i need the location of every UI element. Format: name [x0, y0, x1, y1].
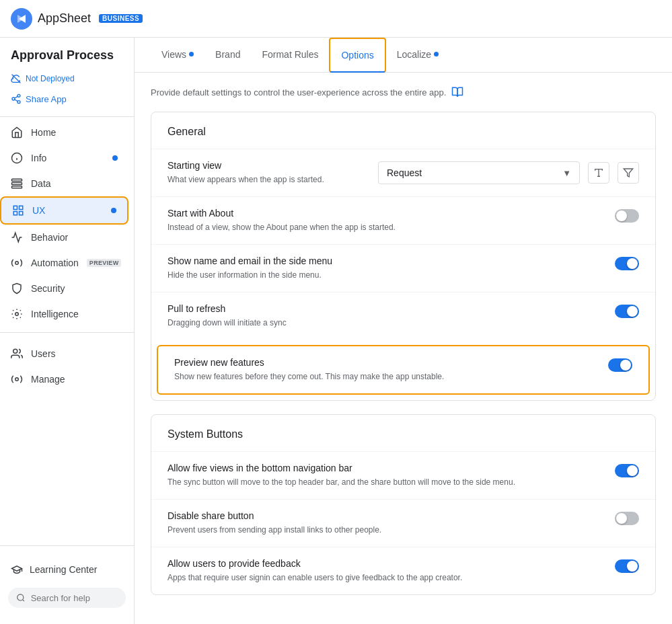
automation-label: Automation — [31, 258, 79, 268]
pull-refresh-label: Pull to refresh — [167, 303, 599, 314]
appsheet-logo-icon — [11, 8, 32, 30]
start-about-desc: Instead of a view, show the About pane w… — [167, 221, 599, 233]
five-views-label: Allow five views in the bottom navigatio… — [167, 463, 599, 473]
description-text: Provide default settings to control the … — [151, 87, 446, 98]
tab-localize[interactable]: Localize — [386, 38, 449, 73]
content-description: Provide default settings to control the … — [151, 86, 656, 98]
toggle-knob — [616, 513, 627, 524]
allow-feedback-control — [615, 559, 639, 573]
preview-features-label: Preview new features — [174, 357, 592, 368]
data-icon — [11, 178, 23, 190]
tab-options-label: Options — [341, 50, 373, 61]
pull-refresh-desc: Dragging down will initiate a sync — [167, 317, 599, 329]
svg-marker-24 — [624, 169, 632, 177]
sidebar-item-ux[interactable]: UX — [0, 196, 128, 225]
ux-label: UX — [32, 205, 102, 216]
svg-line-4 — [15, 100, 18, 102]
sidebar-item-behavior[interactable]: Behavior — [0, 225, 128, 250]
sidebar-item-manage[interactable]: Manage — [0, 366, 128, 392]
allow-feedback-toggle[interactable] — [615, 559, 639, 573]
tab-brand[interactable]: Brand — [204, 38, 251, 73]
setting-starting-view: Starting view What view appears when the… — [151, 149, 655, 196]
automation-icon — [11, 257, 23, 269]
home-icon — [11, 126, 23, 139]
svg-line-5 — [15, 96, 18, 98]
logo-text: AppSheet — [38, 11, 91, 26]
toggle-knob — [616, 210, 627, 221]
allow-feedback-info: Allow users to provide feedback Apps tha… — [167, 558, 599, 584]
svg-point-18 — [13, 349, 17, 353]
localize-dot — [434, 52, 439, 56]
pull-refresh-toggle[interactable] — [615, 305, 639, 318]
show-name-desc: Hide the user information in the side me… — [167, 269, 599, 281]
search-box[interactable] — [8, 588, 126, 608]
starting-view-dropdown[interactable]: Request ▼ — [378, 161, 580, 184]
svg-rect-15 — [20, 212, 23, 215]
five-views-control — [615, 464, 639, 477]
share-app-button[interactable]: Share App — [0, 89, 134, 108]
svg-point-3 — [17, 101, 20, 104]
svg-rect-12 — [13, 206, 17, 209]
filter-button[interactable] — [618, 162, 639, 184]
not-deployed-button[interactable]: Not Deployed — [0, 71, 134, 89]
show-name-toggle[interactable] — [615, 257, 639, 270]
share-app-label: Share App — [26, 94, 67, 104]
sidebar-item-users[interactable]: Users — [0, 341, 128, 366]
search-icon — [16, 592, 26, 603]
sidebar-item-intelligence[interactable]: Intelligence — [0, 301, 128, 327]
data-label: Data — [31, 178, 118, 189]
users-icon — [11, 348, 23, 360]
share-icon — [11, 93, 22, 104]
not-deployed-label: Not Deployed — [26, 74, 75, 83]
start-about-toggle[interactable] — [615, 209, 639, 223]
sidebar-item-data[interactable]: Data — [0, 171, 128, 196]
disable-share-label: Disable share button — [167, 510, 599, 521]
pull-refresh-control — [615, 305, 639, 318]
intelligence-icon — [11, 308, 23, 320]
security-icon — [11, 282, 23, 295]
tab-views[interactable]: Views — [151, 38, 204, 73]
sidebar-item-info[interactable]: Info — [0, 145, 128, 171]
search-input[interactable] — [31, 593, 118, 603]
home-label: Home — [31, 127, 118, 138]
ux-icon — [12, 204, 24, 217]
cloud-off-icon — [11, 73, 22, 84]
system-buttons-title: System Buttons — [151, 415, 655, 451]
tab-options[interactable]: Options — [329, 38, 385, 73]
preview-features-highlight: Preview new features Show new features b… — [157, 345, 650, 395]
dropdown-arrow-icon: ▼ — [562, 168, 571, 178]
content-area: Views Brand Format Rules Options Localiz… — [135, 38, 672, 624]
system-buttons-section: System Buttons Allow five views in the b… — [151, 414, 656, 595]
five-views-toggle[interactable] — [615, 464, 639, 477]
starting-view-desc: What view appears when the app is starte… — [167, 173, 362, 186]
sidebar-item-automation[interactable]: Automation PREVIEW — [0, 250, 128, 276]
disable-share-toggle[interactable] — [615, 512, 639, 525]
start-about-control — [615, 209, 639, 223]
app-title: Approval Process — [0, 48, 134, 71]
general-title: General — [151, 112, 655, 149]
info-label: Info — [31, 153, 103, 163]
toggle-knob — [620, 360, 631, 370]
text-format-button[interactable] — [588, 162, 609, 184]
preview-features-control — [608, 358, 632, 372]
show-name-label: Show name and email in the side menu — [167, 256, 599, 266]
logo-badge: BUSINESS — [99, 14, 143, 23]
show-name-info: Show name and email in the side menu Hid… — [167, 256, 599, 281]
learning-center-button[interactable]: Learning Center — [0, 557, 134, 582]
tab-views-label: Views — [161, 49, 186, 60]
allow-feedback-label: Allow users to provide feedback — [167, 558, 599, 569]
content-body: Provide default settings to control the … — [135, 73, 672, 624]
views-dot — [189, 52, 194, 56]
show-name-control — [615, 257, 639, 270]
setting-preview-features: Preview new features Show new features b… — [158, 346, 648, 393]
svg-rect-11 — [12, 186, 22, 188]
text-icon — [593, 167, 604, 178]
svg-rect-10 — [12, 183, 22, 185]
preview-features-toggle[interactable] — [608, 358, 632, 372]
allow-feedback-desc: Apps that require user signin can enable… — [167, 572, 599, 584]
manage-label: Manage — [31, 374, 118, 385]
tab-format-rules[interactable]: Format Rules — [251, 38, 329, 73]
sidebar-item-security[interactable]: Security — [0, 276, 128, 301]
manage-icon — [11, 373, 23, 385]
sidebar-item-home[interactable]: Home — [0, 120, 128, 145]
